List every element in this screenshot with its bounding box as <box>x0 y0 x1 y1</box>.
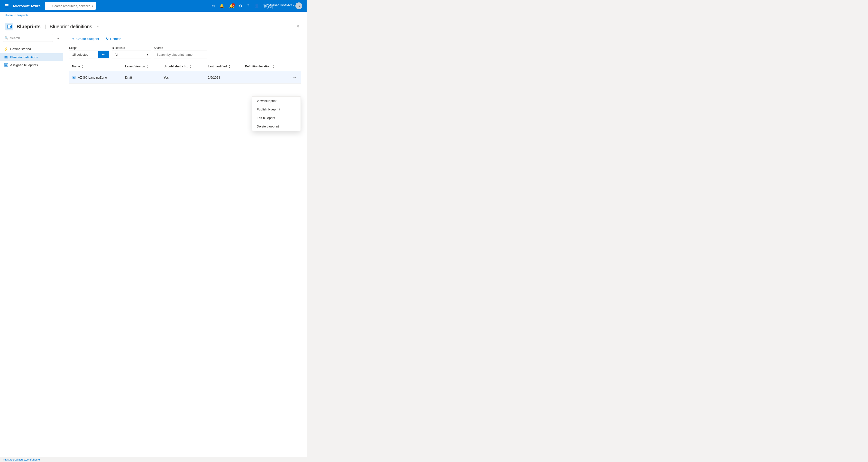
notification-badge: 2 <box>232 3 235 6</box>
main-layout: 🔍 « ⚡ Getting started Blueprint definiti… <box>0 31 307 462</box>
topbar-search-input[interactable] <box>45 2 96 10</box>
email-icon-button[interactable]: ✉ <box>210 3 217 9</box>
directory-icon-button[interactable]: 👤 <box>252 3 261 9</box>
blueprint-row-icon <box>72 75 76 79</box>
page-icon <box>5 22 13 31</box>
breadcrumb-home[interactable]: Home <box>5 13 13 17</box>
sidebar-search-wrap: 🔍 « <box>0 34 63 45</box>
user-name: suryendub@microsoft.c... <box>264 3 294 6</box>
svg-rect-4 <box>7 27 10 28</box>
context-menu-view[interactable]: View blueprint <box>252 97 301 105</box>
name-sort-icon[interactable]: ▲▼ <box>82 65 84 69</box>
col-modified: Last modified ▲▼ <box>205 62 242 71</box>
settings-icon-button[interactable]: ⚙ <box>237 3 244 9</box>
col-name: Name ▲▼ <box>69 62 122 71</box>
filter-row: Scope 15 selected ··· Blueprints All Pub… <box>69 46 301 58</box>
blueprints-filter-group: Blueprints All Published Draft ▼ <box>112 46 151 58</box>
scope-more-button[interactable]: ··· <box>98 51 109 58</box>
blueprint-search-input[interactable] <box>154 51 207 58</box>
page-subtitle: Blueprint definitions <box>50 24 92 29</box>
table-wrap: Name ▲▼ Latest Version ▲▼ Unpublished ch… <box>69 62 301 84</box>
context-menu: View blueprint Publish blueprint Edit bl… <box>252 96 301 131</box>
user-sub: AZ_FAQ <box>264 6 273 9</box>
search-filter-group: Search <box>154 46 207 58</box>
refresh-icon: ↻ <box>106 37 109 41</box>
create-blueprint-button[interactable]: ＋ Create blueprint <box>69 35 101 42</box>
topbar: ☰ Microsoft Azure 🔍 ✉ 🔔 🔔 2 ⚙ ? 👤 suryen… <box>0 0 307 12</box>
svg-rect-14 <box>73 76 75 77</box>
refresh-button[interactable]: ↻ Refresh <box>103 35 124 42</box>
sidebar-search-input[interactable] <box>3 34 53 42</box>
modified-sort-icon[interactable]: ▲▼ <box>228 65 230 69</box>
assigned-blueprints-icon <box>4 63 8 67</box>
page-header: Blueprints | Blueprint definitions ··· ✕ <box>0 19 307 31</box>
unpublished-sort-icon[interactable]: ▲▼ <box>190 65 192 69</box>
content-area: ＋ Create blueprint ↻ Refresh Scope 15 se… <box>63 31 307 462</box>
help-icon-button[interactable]: ? <box>245 3 251 9</box>
getting-started-icon: ⚡ <box>4 47 8 51</box>
search-wrap: 🔍 <box>45 2 172 10</box>
page-close-button[interactable]: ✕ <box>294 23 302 30</box>
location-sort-icon[interactable]: ▲▼ <box>272 65 274 69</box>
page-more-button[interactable]: ··· <box>95 23 103 30</box>
cell-modified: 2/6/2023 <box>205 71 242 84</box>
svg-rect-12 <box>5 65 7 66</box>
hamburger-button[interactable]: ☰ <box>3 2 11 9</box>
svg-rect-6 <box>5 56 7 57</box>
scope-filter-group: Scope 15 selected ··· <box>69 46 109 58</box>
version-sort-icon[interactable]: ▲▼ <box>147 65 149 69</box>
create-blueprint-label: Create blueprint <box>76 37 99 41</box>
cell-location <box>242 71 288 84</box>
cell-name: AZ-SC-LandingZone <box>69 71 122 84</box>
status-url: https://portal.azure.com/#home <box>3 458 40 461</box>
svg-rect-8 <box>5 58 7 58</box>
topbar-icons: ✉ 🔔 🔔 2 ⚙ ? 👤 suryendub@microsoft.c... A… <box>210 1 304 10</box>
svg-rect-3 <box>7 26 10 27</box>
breadcrumb-sep: › <box>13 14 14 17</box>
sidebar-item-getting-started[interactable]: ⚡ Getting started <box>0 45 63 53</box>
scope-value: 15 selected <box>69 51 98 58</box>
blueprints-select-wrap: All Published Draft ▼ <box>112 51 151 58</box>
table-row[interactable]: AZ-SC-LandingZone Draft Yes 2/6/2023 ··· <box>69 71 301 84</box>
page-title: Blueprints <box>17 24 41 29</box>
toolbar: ＋ Create blueprint ↻ Refresh <box>69 35 301 42</box>
blueprints-label: Blueprints <box>112 46 151 50</box>
blueprints-table: Name ▲▼ Latest Version ▲▼ Unpublished ch… <box>69 62 301 84</box>
sidebar-item-label-blueprint-definitions: Blueprint definitions <box>10 56 38 59</box>
svg-rect-7 <box>5 57 6 58</box>
sidebar-item-label-getting-started: Getting started <box>10 47 31 51</box>
col-location: Definition location ▲▼ <box>242 62 288 71</box>
blueprint-definitions-icon <box>4 55 8 59</box>
blueprint-name: AZ-SC-LandingZone <box>78 76 107 79</box>
create-icon: ＋ <box>71 36 75 41</box>
svg-rect-15 <box>73 78 74 78</box>
sidebar-item-label-assigned-blueprints: Assigned blueprints <box>10 63 38 67</box>
user-avatar: S <box>296 2 302 9</box>
breadcrumb-current[interactable]: Blueprints <box>16 13 28 17</box>
context-menu-edit[interactable]: Edit blueprint <box>252 114 301 122</box>
refresh-label: Refresh <box>110 37 121 41</box>
brand-name: Microsoft Azure <box>13 4 41 8</box>
sidebar-collapse-button[interactable]: « <box>56 35 60 41</box>
status-bar: https://portal.azure.com/#home <box>0 457 307 462</box>
scope-row: 15 selected ··· <box>69 51 109 58</box>
cell-actions: ··· <box>288 71 301 84</box>
col-version: Latest Version ▲▼ <box>122 62 161 71</box>
sidebar-item-blueprint-definitions[interactable]: Blueprint definitions <box>0 53 63 61</box>
col-actions <box>288 62 301 71</box>
table-header-row: Name ▲▼ Latest Version ▲▼ Unpublished ch… <box>69 62 301 71</box>
blueprints-select[interactable]: All Published Draft <box>112 51 151 58</box>
sidebar-item-assigned-blueprints[interactable]: Assigned blueprints <box>0 61 63 69</box>
notification-icon-button[interactable]: 🔔 2 <box>227 3 236 9</box>
context-menu-delete[interactable]: Delete blueprint <box>252 122 301 131</box>
user-menu[interactable]: suryendub@microsoft.c... AZ_FAQ S <box>262 1 304 10</box>
sidebar: 🔍 « ⚡ Getting started Blueprint definiti… <box>0 31 63 462</box>
scope-label: Scope <box>69 46 109 50</box>
row-more-button[interactable]: ··· <box>291 74 298 81</box>
context-menu-publish[interactable]: Publish blueprint <box>252 105 301 114</box>
feedback-icon-button[interactable]: 🔔 <box>218 3 226 9</box>
sidebar-search-input-wrap: 🔍 <box>3 34 55 42</box>
cell-unpublished: Yes <box>161 71 205 84</box>
breadcrumb: Home › Blueprints <box>0 12 307 19</box>
col-unpublished: Unpublished ch... ▲▼ <box>161 62 205 71</box>
